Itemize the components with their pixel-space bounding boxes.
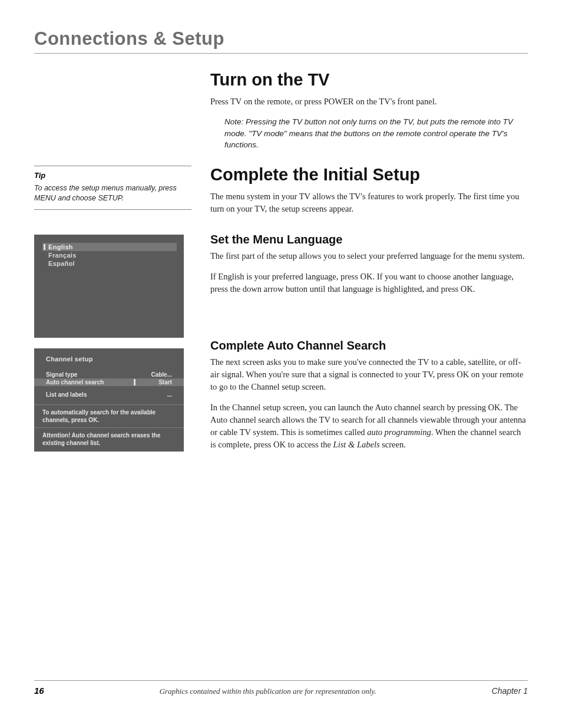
- heading-complete-setup: Complete the Initial Setup: [210, 165, 528, 185]
- term-list-labels: List & Labels: [333, 440, 380, 449]
- page-number: 16: [34, 686, 44, 696]
- term-auto-programming: auto programming: [367, 427, 431, 437]
- lang-option-espanol: Español: [42, 259, 177, 268]
- chan-hint-1: To automatically search for the availabl…: [34, 404, 184, 427]
- language-menu-graphic: English Français Español: [34, 235, 184, 338]
- main-column: Turn on the TV Press TV on the remote, o…: [210, 70, 528, 459]
- chan-row-auto-search: Auto channel search Start: [34, 378, 184, 386]
- heading-auto-channel-search: Complete Auto Channel Search: [210, 339, 528, 353]
- para-menu-lang-1: The first part of the setup allows you t…: [210, 250, 528, 262]
- lang-option-english: English: [42, 243, 177, 251]
- chan-row-signal-type: Signal type Cable...: [34, 371, 184, 378]
- chan-row-list-labels: List and labels ...: [34, 391, 184, 398]
- chan-row-value: Cable...: [151, 371, 172, 378]
- channel-setup-graphic: Channel setup Signal type Cable... Auto …: [34, 348, 184, 452]
- note-turn-on: Note: Pressing the TV button not only tu…: [224, 116, 528, 151]
- heading-menu-language: Set the Menu Language: [210, 233, 528, 246]
- heading-turn-on-tv: Turn on the TV: [210, 70, 528, 90]
- para-auto-search-2: In the Channel setup screen, you can lau…: [210, 401, 528, 451]
- footer-chapter: Chapter 1: [492, 686, 528, 696]
- tip-title: Tip: [34, 171, 191, 180]
- lang-option-francais: Français: [42, 251, 177, 259]
- chan-menu-title: Channel setup: [34, 348, 184, 371]
- para-complete-setup-1: The menu system in your TV allows the TV…: [210, 190, 528, 215]
- footer-caption: Graphics contained within this publicati…: [44, 687, 492, 696]
- para-auto-search-1: The next screen asks you to make sure yo…: [210, 356, 528, 393]
- tip-body: To access the setup menus manually, pres…: [34, 183, 191, 203]
- para-turn-on-1: Press TV on the remote, or press POWER o…: [210, 95, 528, 108]
- sidebar-column: Tip To access the setup menus manually, …: [34, 70, 191, 459]
- chan-row-label: Signal type: [46, 371, 77, 378]
- chan-row-value: ...: [167, 391, 172, 398]
- chan-row-value: Start: [158, 379, 172, 386]
- para-menu-lang-2: If English is your preferred language, p…: [210, 271, 528, 295]
- chan-row-label: Auto channel search: [46, 379, 104, 386]
- chan-row-label: List and labels: [46, 391, 87, 398]
- chan-hint-2: Attention! Auto channel search erases th…: [34, 427, 184, 450]
- para-auto-search-2c: screen.: [380, 440, 406, 449]
- page-footer: 16 Graphics contained within this public…: [34, 680, 528, 696]
- chapter-title: Connections & Setup: [34, 28, 528, 54]
- tip-box: Tip To access the setup menus manually, …: [34, 166, 191, 210]
